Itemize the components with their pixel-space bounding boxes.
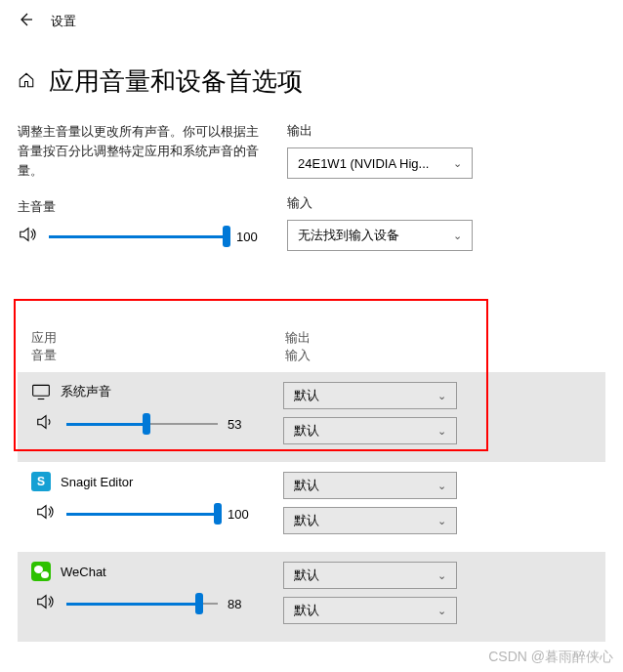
chevron-down-icon: ⌄ <box>453 157 462 170</box>
master-volume-slider[interactable] <box>49 225 227 248</box>
speaker-icon[interactable] <box>18 224 39 249</box>
snagit-icon: S <box>31 472 51 491</box>
chevron-down-icon: ⌄ <box>437 605 446 617</box>
svg-rect-1 <box>33 385 50 396</box>
header-input: 输入 <box>285 347 592 364</box>
dropdown-value: 默认 <box>294 422 319 440</box>
app-name: WeChat <box>61 565 106 579</box>
page-title: 应用音量和设备首选项 <box>49 64 303 99</box>
header-output: 输出 <box>285 329 592 347</box>
chevron-down-icon: ⌄ <box>437 390 446 402</box>
speaker-icon[interactable] <box>35 501 57 526</box>
app-volume-value: 88 <box>228 597 261 611</box>
app-row-snagit: S Snagit Editor 100 默认 ⌄ 默认 <box>18 462 605 552</box>
app-input-dropdown[interactable]: 默认 ⌄ <box>283 597 457 624</box>
wechat-icon <box>31 562 51 581</box>
chevron-down-icon: ⌄ <box>453 230 462 242</box>
app-volume-slider[interactable] <box>66 592 218 615</box>
home-icon[interactable] <box>18 71 35 93</box>
header-volume: 音量 <box>31 347 285 364</box>
header-app: 应用 <box>31 329 285 347</box>
input-label: 输入 <box>287 194 605 212</box>
window-title: 设置 <box>51 13 76 30</box>
dropdown-value: 默认 <box>294 602 319 619</box>
dropdown-value: 默认 <box>294 477 319 494</box>
app-name: 系统声音 <box>61 383 111 400</box>
app-volume-value: 53 <box>228 417 261 432</box>
master-volume-value: 100 <box>236 230 270 244</box>
input-device-value: 无法找到输入设备 <box>298 227 399 244</box>
app-row-wechat: WeChat 88 默认 ⌄ 默认 ⌄ <box>18 552 605 642</box>
app-output-dropdown[interactable]: 默认 ⌄ <box>283 382 457 409</box>
dropdown-value: 默认 <box>294 512 319 529</box>
input-device-dropdown[interactable]: 无法找到输入设备 ⌄ <box>287 220 473 251</box>
dropdown-value: 默认 <box>294 567 319 584</box>
output-label: 输出 <box>287 122 605 140</box>
output-device-value: 24E1W1 (NVIDIA Hig... <box>298 156 429 171</box>
dropdown-value: 默认 <box>294 387 319 404</box>
app-input-dropdown[interactable]: 默认 ⌄ <box>283 507 457 534</box>
monitor-icon <box>31 382 51 401</box>
description-text: 调整主音量以更改所有声音。你可以根据主音量按百分比调整特定应用和系统声音的音量。 <box>18 122 270 181</box>
output-device-dropdown[interactable]: 24E1W1 (NVIDIA Hig... ⌄ <box>287 147 473 179</box>
app-input-dropdown[interactable]: 默认 ⌄ <box>283 417 457 444</box>
chevron-down-icon: ⌄ <box>437 569 446 582</box>
app-volume-value: 100 <box>228 507 261 522</box>
speaker-icon[interactable] <box>35 591 57 616</box>
back-button[interactable] <box>18 12 33 31</box>
chevron-down-icon: ⌄ <box>437 515 446 527</box>
master-volume-label: 主音量 <box>18 198 270 216</box>
app-name: Snagit Editor <box>61 475 133 489</box>
app-output-dropdown[interactable]: 默认 ⌄ <box>283 472 457 499</box>
app-volume-slider[interactable] <box>66 502 218 525</box>
chevron-down-icon: ⌄ <box>437 480 446 492</box>
app-output-dropdown[interactable]: 默认 ⌄ <box>283 562 457 589</box>
app-row-system-sounds: 系统声音 53 默认 ⌄ 默认 ⌄ <box>18 372 605 462</box>
speaker-icon[interactable] <box>35 411 57 437</box>
app-volume-slider[interactable] <box>66 412 218 436</box>
chevron-down-icon: ⌄ <box>437 425 446 438</box>
watermark: CSDN @暮雨醉侠心 <box>488 649 613 666</box>
